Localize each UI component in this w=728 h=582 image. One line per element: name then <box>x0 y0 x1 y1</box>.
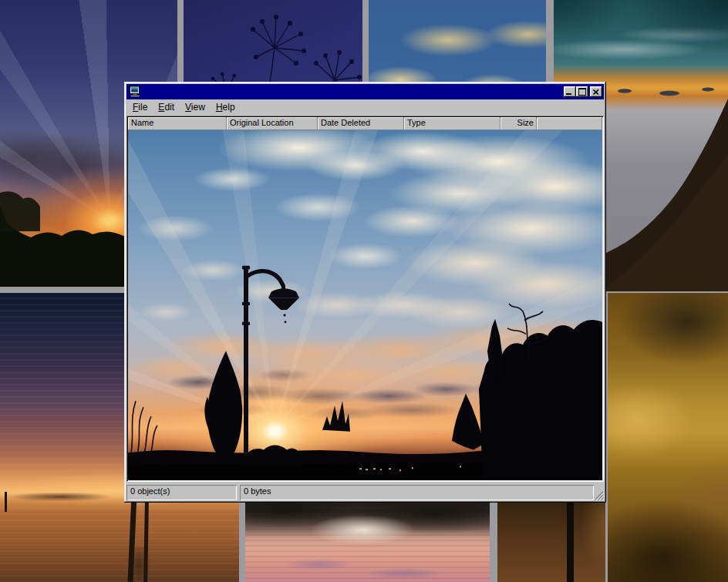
minimize-button[interactable] <box>564 86 576 97</box>
column-header-original-location[interactable]: Original Location <box>227 117 318 130</box>
computer-icon <box>129 86 141 98</box>
column-header-filler <box>537 117 602 130</box>
sunset-photo <box>128 130 602 480</box>
minimize-icon <box>566 93 571 95</box>
status-objects: 0 object(s) <box>126 485 237 500</box>
column-header-size[interactable]: Size <box>501 117 537 130</box>
column-header-name[interactable]: Name <box>128 117 227 130</box>
resize-grip[interactable] <box>594 490 604 500</box>
column-header-type[interactable]: Type <box>404 117 501 130</box>
recycle-bin-window: File Edit View Help Name Original Locati… <box>124 82 606 503</box>
menu-help[interactable]: Help <box>211 100 241 115</box>
water-pole <box>5 492 7 512</box>
close-icon <box>593 89 599 95</box>
column-headers: Name Original Location Date Deleted Type… <box>128 117 602 130</box>
pole-reflection <box>123 547 154 582</box>
maximize-button[interactable] <box>576 86 588 97</box>
menu-file[interactable]: File <box>127 100 153 115</box>
close-button[interactable] <box>590 86 602 97</box>
column-header-date-deleted[interactable]: Date Deleted <box>318 117 404 130</box>
listview[interactable]: Name Original Location Date Deleted Type… <box>126 116 604 482</box>
maximize-icon <box>578 88 586 96</box>
status-bytes: 0 bytes <box>240 485 594 500</box>
menu-edit[interactable]: Edit <box>153 100 180 115</box>
photo-silhouettes <box>128 130 602 480</box>
titlebar[interactable] <box>126 84 604 99</box>
menubar: File Edit View Help <box>126 99 604 115</box>
menu-view[interactable]: View <box>180 100 211 115</box>
statusbar: 0 object(s) 0 bytes <box>126 483 604 500</box>
wallpaper-tile-golden-blur <box>608 293 728 582</box>
desktop: { "desktop": { "wallpaper_tiles": [ {"id… <box>0 0 728 582</box>
